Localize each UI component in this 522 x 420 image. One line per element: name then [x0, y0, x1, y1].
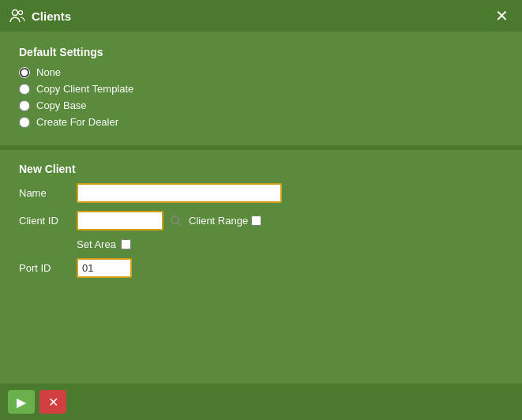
- default-settings-section: Default Settings None Copy Client Templa…: [6, 36, 516, 137]
- users-icon: [9, 9, 25, 23]
- radio-copy-client-template[interactable]: Copy Client Template: [19, 83, 503, 95]
- set-area-checkbox[interactable]: [121, 239, 131, 249]
- client-range-text: Client Range: [189, 215, 248, 227]
- radio-create-for-dealer[interactable]: Create For Dealer: [19, 116, 503, 128]
- radio-none-label: None: [36, 66, 61, 78]
- radio-group: None Copy Client Template Copy Base Crea…: [19, 66, 503, 128]
- port-id-input[interactable]: [77, 258, 132, 278]
- modal-header: Clients ✕: [0, 0, 522, 32]
- search-icon[interactable]: [170, 215, 182, 227]
- radio-create-for-dealer-label: Create For Dealer: [36, 116, 118, 128]
- radio-create-for-dealer-input[interactable]: [19, 117, 30, 128]
- forward-button[interactable]: ▶: [8, 390, 35, 414]
- port-id-row: Port ID: [19, 258, 503, 278]
- radio-copy-base[interactable]: Copy Base: [19, 99, 503, 111]
- radio-copy-base-input[interactable]: [19, 100, 30, 111]
- header-title: Clients: [32, 9, 71, 23]
- name-label: Name: [19, 187, 70, 199]
- radio-none[interactable]: None: [19, 66, 503, 78]
- client-range-label[interactable]: Client Range: [189, 215, 261, 227]
- set-area-label: Set Area: [77, 238, 116, 250]
- default-settings-title: Default Settings: [19, 46, 503, 58]
- radio-copy-client-template-input[interactable]: [19, 84, 30, 95]
- header-left: Clients: [9, 9, 71, 23]
- divider: [0, 145, 522, 150]
- client-id-label: Client ID: [19, 215, 70, 227]
- bottom-bar: ▶ ✕: [0, 384, 522, 420]
- radio-copy-base-label: Copy Base: [36, 99, 87, 111]
- new-client-section: New Client Name Client ID Client Range S: [6, 153, 516, 295]
- client-range-checkbox[interactable]: [251, 216, 261, 226]
- svg-point-1: [19, 11, 23, 15]
- new-client-title: New Client: [19, 163, 503, 175]
- close-button[interactable]: ✕: [491, 6, 513, 25]
- cancel-button[interactable]: ✕: [39, 390, 66, 414]
- svg-line-3: [178, 223, 181, 226]
- radio-none-input[interactable]: [19, 67, 30, 78]
- cancel-icon: ✕: [48, 395, 58, 410]
- radio-copy-client-template-label: Copy Client Template: [36, 83, 133, 95]
- port-id-label: Port ID: [19, 262, 70, 274]
- forward-icon: ▶: [17, 395, 26, 410]
- svg-point-2: [171, 216, 178, 223]
- name-row: Name: [19, 183, 503, 203]
- svg-point-0: [13, 10, 18, 16]
- modal-container: Clients ✕ Default Settings None Copy Cli…: [0, 0, 522, 420]
- set-area-row: Set Area: [19, 238, 503, 250]
- client-id-input[interactable]: [77, 211, 163, 231]
- client-id-row: Client ID Client Range: [19, 211, 503, 231]
- name-input[interactable]: [77, 183, 282, 203]
